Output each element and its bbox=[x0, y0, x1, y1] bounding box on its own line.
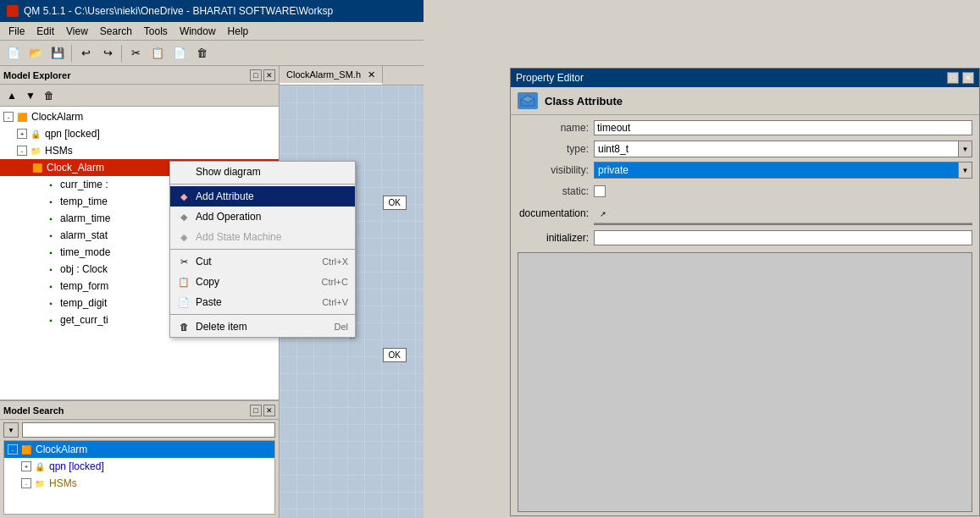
menu-bar: File Edit View Search Tools Window Help bbox=[0, 22, 424, 41]
tree-item-hsms[interactable]: - 📁 HSMs bbox=[0, 142, 279, 159]
prop-type-select[interactable]: uint8_t ▼ bbox=[594, 141, 972, 157]
init-input[interactable] bbox=[594, 230, 972, 245]
prop-type-arrow[interactable]: ▼ bbox=[958, 141, 972, 157]
menu-search[interactable]: Search bbox=[95, 24, 137, 39]
doc-area[interactable] bbox=[594, 223, 972, 225]
tree-item-qpn[interactable]: + 🔒 qpn [locked] bbox=[0, 125, 279, 142]
tree-label-alarm-stat: alarm_stat bbox=[60, 229, 108, 241]
menu-view[interactable]: View bbox=[61, 24, 93, 39]
prop-static-checkbox[interactable] bbox=[594, 185, 606, 197]
explorer-close-btn[interactable]: ✕ bbox=[263, 69, 275, 81]
prop-vis-select[interactable]: private ▼ bbox=[594, 162, 972, 179]
prop-close-btn[interactable]: ✕ bbox=[962, 72, 974, 84]
search-close-btn[interactable]: ✕ bbox=[263, 405, 275, 416]
search-input[interactable] bbox=[22, 422, 275, 438]
toolbar-undo[interactable]: ↩ bbox=[75, 43, 96, 63]
toolbar-redo[interactable]: ↪ bbox=[97, 43, 118, 63]
property-editor-title: Property Editor bbox=[516, 72, 584, 84]
search-tree-item-clockalarm[interactable]: - 🟧 ClockAlarm bbox=[4, 441, 274, 458]
search-restore-btn[interactable]: □ bbox=[250, 405, 262, 416]
model-search: Model Search □ ✕ ▼ - 🟧 ClockAlarm bbox=[0, 400, 279, 518]
tree-item-clockalarm[interactable]: - 🟧 ClockAlarm bbox=[0, 108, 279, 125]
tree-label-get-curr: get_curr_ti bbox=[60, 314, 108, 326]
ctx-copy[interactable]: 📋 Copy Ctrl+C bbox=[170, 272, 355, 292]
menu-window[interactable]: Window bbox=[174, 24, 221, 39]
prop-vis-label: visibility: bbox=[518, 164, 594, 176]
ctx-label-show-diagram: Show diagram bbox=[196, 166, 348, 178]
tree-label-alarm-time: alarm_time bbox=[60, 212, 110, 224]
toolbar-delete[interactable]: 🗑 bbox=[191, 43, 212, 63]
ctx-icon-delete: 🗑 bbox=[177, 320, 191, 333]
icon-temp-form: ▪ bbox=[44, 279, 58, 293]
toolbar-cut[interactable]: ✂ bbox=[125, 43, 146, 63]
ctx-paste[interactable]: 📄 Paste Ctrl+V bbox=[170, 292, 355, 312]
toolbar-save[interactable]: 💾 bbox=[47, 43, 68, 63]
tree-label-curr-time: curr_time : bbox=[60, 179, 108, 190]
ctx-label-copy: Copy bbox=[196, 276, 317, 288]
search-icon-clockalarm: 🟧 bbox=[19, 443, 33, 456]
ctx-icon-show-diagram bbox=[177, 165, 191, 179]
toolbar-new[interactable]: 📄 bbox=[3, 43, 24, 63]
explorer-down-btn[interactable]: ▼ bbox=[22, 87, 39, 104]
main-toolbar: 📄 📂 💾 ↩ ↪ ✂ 📋 📄 🗑 bbox=[0, 41, 424, 66]
doc-label: documentation: bbox=[518, 206, 594, 219]
search-tree-item-hsms[interactable]: - 📁 HSMs bbox=[4, 475, 274, 492]
expand-hsms[interactable]: - bbox=[17, 146, 27, 156]
diagram-tab-label: ClockAlarm_SM.h bbox=[286, 69, 361, 80]
diagram-tab-close[interactable]: ✕ bbox=[368, 69, 375, 80]
ctx-show-diagram[interactable]: Show diagram bbox=[170, 162, 355, 182]
menu-edit[interactable]: Edit bbox=[31, 24, 59, 39]
icon-get-curr: ▪ bbox=[44, 313, 58, 327]
search-expand-hsms[interactable]: - bbox=[21, 478, 31, 488]
doc-tool-indent[interactable]: ↗ bbox=[595, 207, 611, 221]
ctx-label-add-attribute: Add Attribute bbox=[196, 190, 348, 202]
menu-tools[interactable]: Tools bbox=[139, 24, 173, 39]
toolbar-open[interactable]: 📂 bbox=[25, 43, 46, 63]
tree-label-clockalarm-sm: Clock_Alarm bbox=[47, 162, 104, 174]
prop-row-static: static: bbox=[518, 182, 972, 201]
icon-hsms: 📁 bbox=[29, 144, 42, 157]
search-tree-item-qpn[interactable]: + 🔒 qpn [locked] bbox=[4, 458, 274, 475]
menu-help[interactable]: Help bbox=[223, 24, 254, 39]
ctx-add-attribute[interactable]: ◆ Add Attribute bbox=[170, 186, 355, 207]
ctx-cut[interactable]: ✂ Cut Ctrl+X bbox=[170, 251, 355, 272]
search-header: Model Search □ ✕ bbox=[0, 401, 279, 420]
explorer-up-btn[interactable]: ▲ bbox=[3, 87, 20, 104]
icon-alarm-stat: ▪ bbox=[44, 229, 58, 242]
ctx-delete[interactable]: 🗑 Delete item Del bbox=[170, 317, 355, 337]
search-expand-clockalarm[interactable]: - bbox=[8, 444, 18, 455]
icon-time-mode: ▪ bbox=[44, 245, 58, 259]
prop-row-type: type: uint8_t ▼ bbox=[518, 140, 972, 158]
ctx-label-paste: Paste bbox=[196, 296, 317, 308]
search-tree: - 🟧 ClockAlarm + 🔒 qpn [locked] - 📁 bbox=[3, 440, 275, 515]
search-expand-qpn[interactable]: + bbox=[21, 461, 31, 471]
tree-label-clockalarm: ClockAlarm bbox=[31, 111, 83, 123]
prop-row-name: name: bbox=[518, 118, 972, 137]
ctx-sep-3 bbox=[170, 314, 355, 315]
icon-qpn: 🔒 bbox=[29, 127, 42, 141]
explorer-toolbar: ▲ ▼ 🗑 bbox=[0, 85, 279, 107]
menu-file[interactable]: File bbox=[3, 24, 30, 39]
prop-restore-btn[interactable]: □ bbox=[947, 72, 959, 84]
icon-clockalarm-sm: 🟧 bbox=[30, 161, 44, 174]
ctx-label-add-operation: Add Operation bbox=[196, 211, 348, 223]
title-bar: QM 5.1.1 - C:\Users\nieki\OneDrive - BHA… bbox=[0, 0, 424, 22]
prop-vis-arrow[interactable]: ▼ bbox=[958, 163, 972, 178]
search-label-qpn: qpn [locked] bbox=[49, 460, 104, 472]
expand-clockalarm[interactable]: - bbox=[3, 112, 14, 122]
expand-qpn[interactable]: + bbox=[17, 129, 27, 139]
ctx-add-operation[interactable]: ◆ Add Operation bbox=[170, 207, 355, 227]
diagram-tab[interactable]: ClockAlarm_SM.h ✕ bbox=[280, 66, 383, 85]
toolbar-copy[interactable]: 📋 bbox=[147, 43, 168, 63]
property-editor-title-bar: Property Editor □ ✕ bbox=[511, 69, 979, 87]
search-dropdown-btn[interactable]: ▼ bbox=[3, 422, 19, 438]
explorer-restore-btn[interactable]: □ bbox=[250, 69, 262, 81]
ctx-label-cut: Cut bbox=[196, 256, 317, 267]
prop-class-icon bbox=[518, 92, 538, 109]
prop-bottom-area bbox=[518, 252, 972, 512]
explorer-delete-btn[interactable]: 🗑 bbox=[41, 87, 58, 104]
toolbar-paste[interactable]: 📄 bbox=[169, 43, 190, 63]
tree-label-obj: obj : Clock bbox=[60, 263, 108, 275]
app-title: QM 5.1.1 - C:\Users\nieki\OneDrive - BHA… bbox=[24, 5, 333, 17]
prop-name-input[interactable] bbox=[594, 120, 972, 135]
